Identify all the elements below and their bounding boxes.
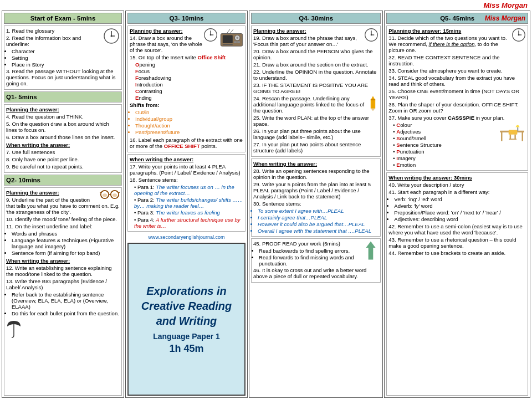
q3-planning: Planning the answer: 14. Draw a box arou… [127,25,245,152]
svg-point-28 [371,34,372,36]
svg-point-15 [236,37,238,39]
main-content: Start of Exam - 5mins 1. Read the glossa… [0,9,532,399]
creative-subtitle: Language Paper 1 [133,332,240,341]
svg-line-18 [230,29,233,34]
miss-morgan-label: Miss Morgan [484,1,528,9]
svg-rect-16 [223,44,233,45]
col1: Start of Exam - 5mins 1. Read the glossa… [2,11,124,398]
q1-content: Planning the answer: 4. Read the questio… [4,104,122,173]
q3-writing: When writing the answer: 17. Write your … [127,154,245,232]
creative-title: Explorations in Creative Reading and Wri… [133,284,240,329]
creative-time: 1h 45m [133,343,240,355]
umbrella-icon [6,319,22,339]
svg-rect-45 [509,139,516,140]
svg-rect-20 [237,41,240,43]
svg-rect-13 [223,35,233,43]
svg-point-3 [111,35,112,37]
svg-rect-40 [501,132,503,141]
svg-point-24 [210,34,212,36]
svg-line-8 [119,192,120,193]
clock-icon-q5 [511,28,526,42]
col4: Q5- 45mins Miss Morgan Planning the answ… [384,11,530,398]
top-bar: Miss Morgan [0,0,532,9]
clock-icon-q3 [203,28,218,42]
creative-box: Explorations in Creative Reading and Wri… [127,243,245,396]
radio-icon [220,28,243,48]
q2-content: Planning the answer: 9. Underline the pa… [4,187,122,396]
clock-icon [103,28,120,44]
website-text: www.secondaryenglishjournal.com [127,234,245,240]
q4-bottom: 45. PROOF READ your work (5mins) Read ba… [251,238,381,283]
pencil-icon [367,95,378,111]
svg-rect-19 [234,41,237,43]
q1-header: Q1- 5mins [6,94,120,100]
miss-morgan-col4: Miss Morgan [485,14,525,22]
svg-marker-48 [515,125,520,127]
col4-header: Q5- 45mins Miss Morgan [386,13,528,24]
q2-section: Q2- 10mins [4,175,122,186]
q4-writing: When writing the answer: 28. Write an op… [251,158,381,237]
q5-planning: Planning the answer: 15mins 31. Decide w… [386,25,528,171]
q4-planning: Planning the answer: 19. Draw a box arou… [251,25,381,157]
svg-line-7 [100,192,101,193]
q1-section: Q1- 5mins [4,91,122,103]
clock-icon-q4 [364,28,378,42]
svg-rect-47 [517,127,518,131]
start-section: 1. Read the glossary 2. Read the informa… [4,25,122,90]
svg-line-17 [227,29,230,34]
col1-header: Start of Exam - 5mins [4,13,122,24]
col2-header: Q3- 10mins [127,13,245,24]
glasses-icon [100,190,120,200]
svg-rect-46 [509,130,518,134]
col3: Q4- 30mins Planning the answer: 19. Draw… [249,11,383,398]
svg-point-38 [518,34,520,36]
q5-writing: When writing the answer: 30mins 40. Writ… [386,172,528,396]
arrow-icon [363,241,378,260]
col2: Q3- 10mins Planning the [125,11,248,398]
svg-point-10 [112,193,117,197]
svg-point-9 [103,193,107,197]
col3-header: Q4- 30mins [251,13,381,24]
q2-header: Q2- 10mins [6,177,120,183]
desk-icon [498,123,526,145]
svg-rect-41 [521,132,523,141]
svg-marker-34 [366,241,376,259]
